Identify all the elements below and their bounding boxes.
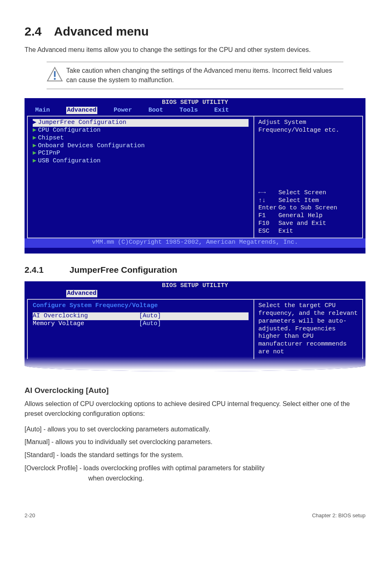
bios-panel-header: Configure System Frequency/Voltage <box>33 302 249 310</box>
bios-left-panel: ▶JumperFree Configuration▶CPU Configurat… <box>28 117 253 238</box>
bios-item: ▶JumperFree Configuration <box>33 119 249 127</box>
subsection-number: 2.4.1 <box>25 265 69 275</box>
bios-title: BIOS SETUP UTILITY <box>25 281 365 290</box>
bios-item: ▶USB Configuration <box>33 157 249 165</box>
option-item: [Manual] - allows you to individually se… <box>25 437 365 447</box>
page-footer: 2-20 Chapter 2: BIOS setup <box>25 512 365 518</box>
bios-title: BIOS SETUP UTILITY <box>25 98 365 107</box>
bios-screenshot-jumperfree: BIOS SETUP UTILITY MainAdvanced Configur… <box>25 281 365 372</box>
option-item: [Auto] - allows you to set overclocking … <box>25 424 365 435</box>
bios-item: ▶CPU Configuration <box>33 127 249 135</box>
bios-menubar: MainAdvancedPowerBootToolsExit <box>25 107 365 116</box>
bios-menu-item: Tools <box>179 107 198 114</box>
option-heading: AI Overclocking [Auto] <box>25 386 365 395</box>
section-number: 2.4 <box>25 25 54 38</box>
bios-item: ▶PCIPnP <box>33 150 249 157</box>
bios-menu-item: Power <box>114 107 132 114</box>
section-title: Advanced menu <box>54 25 149 38</box>
bios-footer: vMM.mm (C)Copyright 1985-2002, American … <box>25 238 365 248</box>
svg-point-2 <box>54 78 56 80</box>
bios-menu-item: Advanced <box>66 107 97 114</box>
option-paragraph: Allows selection of CPU overclocking opt… <box>25 399 365 418</box>
note-text: Take caution when changing the settings … <box>66 66 343 85</box>
section-heading: 2.4Advanced menu <box>25 25 365 38</box>
bios-menu-item: Main <box>35 107 50 114</box>
bios-menu-item: Exit <box>214 107 229 114</box>
bios-setting-row: AI Overclocking[Auto] <box>33 312 249 320</box>
option-item: [Standard] - loads the standard settings… <box>25 450 365 460</box>
bios-screenshot-advanced: BIOS SETUP UTILITY MainAdvancedPowerBoot… <box>25 98 365 254</box>
bios-right-panel: Adjust System Frequency/Voltage etc. ←→S… <box>253 117 362 238</box>
bios-item: ▶Chipset <box>33 135 249 142</box>
bios-help-text: Adjust System Frequency/Voltage etc. <box>258 119 358 135</box>
subsection-title: JumperFree Configuration <box>69 265 177 274</box>
bios-menu-selected: Advanced <box>66 290 97 298</box>
bios-menubar: MainAdvanced <box>25 290 365 299</box>
bios-setting-row: Memory Voltage[Auto] <box>33 320 249 328</box>
footer-right: Chapter 2: BIOS setup <box>312 512 365 518</box>
subsection-heading: 2.4.1JumperFree Configuration <box>25 265 365 275</box>
svg-rect-1 <box>54 71 56 77</box>
bios-help-text: Select the target CPU frequency, and the… <box>253 300 362 359</box>
footer-left: 2-20 <box>25 512 35 518</box>
bios-menu-item: Boot <box>148 107 163 114</box>
warning-icon <box>47 66 66 84</box>
note-callout: Take caution when changing the settings … <box>47 62 343 89</box>
bios-item: ▶Onboard Devices Configuration <box>33 142 249 150</box>
option-item: [Overclock Profile] - loads overclocking… <box>25 463 365 484</box>
intro-paragraph: The Advanced menu items allow you to cha… <box>25 45 365 54</box>
bios-left-panel: Configure System Frequency/Voltage AI Ov… <box>28 300 253 359</box>
bios-key-legend: ←→Select Screen↑↓Select ItemEnterGo to S… <box>258 189 358 236</box>
option-list: [Auto] - allows you to set overclocking … <box>25 424 365 484</box>
